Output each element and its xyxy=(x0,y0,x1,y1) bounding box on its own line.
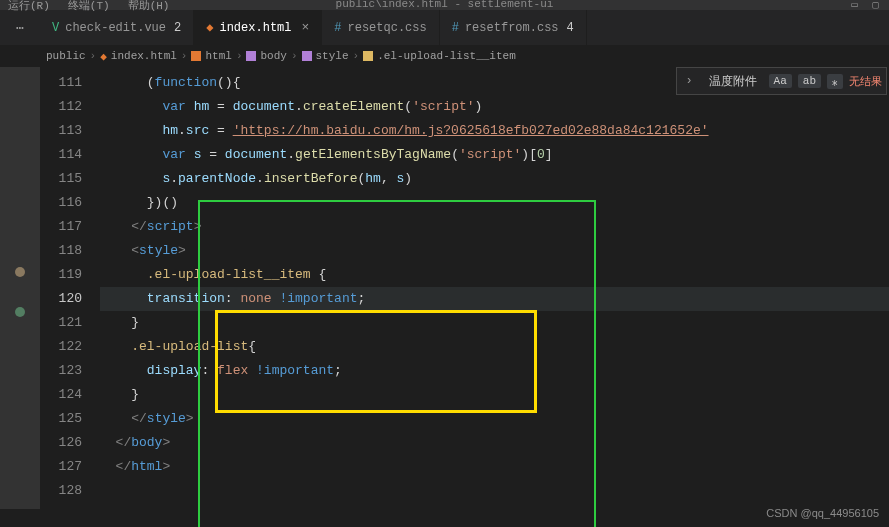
code-line: </html> xyxy=(100,455,889,479)
vue-icon: V xyxy=(52,21,59,35)
tab-check-edit[interactable]: V check-edit.vue 2 xyxy=(40,10,194,45)
code-line: display: flex !important; xyxy=(100,359,889,383)
code-line xyxy=(100,479,889,503)
code-line: <style> xyxy=(100,239,889,263)
code-line: var hm = document.createElement('script'… xyxy=(100,95,889,119)
chevron-right-icon: › xyxy=(236,50,243,62)
activity-dot[interactable] xyxy=(15,307,25,317)
tab-label: resetfrom.css xyxy=(465,21,559,35)
code-line: var s = document.getElementsByTagName('s… xyxy=(100,143,889,167)
code-line: transition: none !important; xyxy=(100,287,889,311)
code-line: .el-upload-list__item { xyxy=(100,263,889,287)
cube-icon xyxy=(246,51,256,61)
activity-dot[interactable] xyxy=(15,267,25,277)
cube-icon xyxy=(191,51,201,61)
html-icon: ◆ xyxy=(100,50,107,63)
code-line: } xyxy=(100,383,889,407)
css-icon: # xyxy=(452,21,459,35)
window-controls[interactable]: ▭ ▢ xyxy=(851,0,883,11)
cube-icon xyxy=(302,51,312,61)
code-line: .el-upload-list{ xyxy=(100,335,889,359)
code-line: </style> xyxy=(100,407,889,431)
code-line: </body> xyxy=(100,431,889,455)
tab-label: resetqc.css xyxy=(348,21,427,35)
tab-index-html[interactable]: ◆ index.html × xyxy=(194,10,322,45)
chevron-right-icon: › xyxy=(181,50,188,62)
tab-badge: 4 xyxy=(567,21,574,35)
code-area[interactable]: (function(){ var hm = document.createEle… xyxy=(100,71,889,509)
watermark: CSDN @qq_44956105 xyxy=(766,507,879,519)
line-gutter: 1111121131141151161171181191201211221231… xyxy=(40,71,100,509)
breadcrumbs[interactable]: public › ◆index.html › html › body › sty… xyxy=(0,45,889,67)
breadcrumb-item: style xyxy=(302,50,349,62)
code-line: } xyxy=(100,311,889,335)
cube-icon xyxy=(363,51,373,61)
tab-bar: ⋯ V check-edit.vue 2 ◆ index.html × # re… xyxy=(0,10,889,45)
close-icon[interactable]: × xyxy=(301,20,309,35)
chevron-right-icon: › xyxy=(353,50,360,62)
code-line: (function(){ xyxy=(100,71,889,95)
code-line: </script> xyxy=(100,215,889,239)
tab-resetfrom[interactable]: # resetfrom.css 4 xyxy=(440,10,587,45)
breadcrumb-item: ◆index.html xyxy=(100,50,177,63)
tab-badge: 2 xyxy=(174,21,181,35)
editor[interactable]: 1111121131141151161171181191201211221231… xyxy=(40,67,889,509)
html-icon: ◆ xyxy=(206,20,213,35)
chevron-right-icon: › xyxy=(90,50,97,62)
window-title: public\index.html - settlement-ui xyxy=(336,0,554,10)
code-line: hm.src = 'https://hm.baidu.com/hm.js?062… xyxy=(100,119,889,143)
css-icon: # xyxy=(334,21,341,35)
tab-label: check-edit.vue xyxy=(65,21,166,35)
chevron-right-icon: › xyxy=(291,50,298,62)
breadcrumb-item: body xyxy=(246,50,286,62)
breadcrumb-item: .el-upload-list__item xyxy=(363,50,516,62)
breadcrumb-item: html xyxy=(191,50,231,62)
code-line: s.parentNode.insertBefore(hm, s) xyxy=(100,167,889,191)
tab-label: index.html xyxy=(219,21,291,35)
tab-resetqc[interactable]: # resetqc.css xyxy=(322,10,439,45)
tab-overflow[interactable]: ⋯ xyxy=(0,10,40,45)
code-line: })() xyxy=(100,191,889,215)
breadcrumb-item: public xyxy=(46,50,86,62)
activity-bar xyxy=(0,67,40,509)
